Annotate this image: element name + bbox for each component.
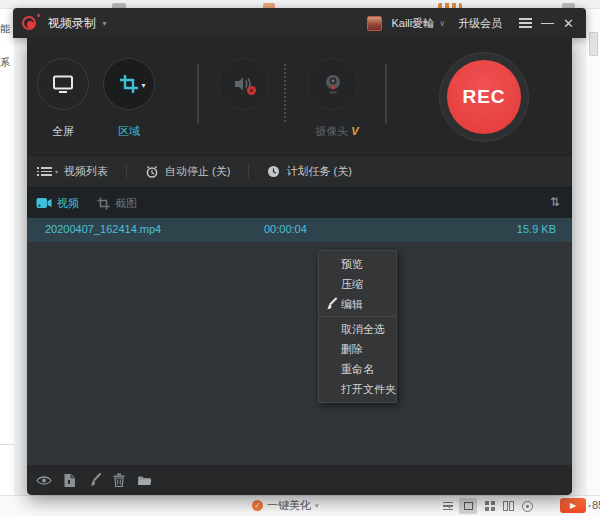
- menu-item-delete[interactable]: 删除: [319, 339, 396, 359]
- webcam-label: 摄像头 V: [299, 124, 375, 139]
- scheduled-task-button[interactable]: 计划任务 (关): [267, 164, 351, 179]
- background-left-strip: [0, 0, 14, 495]
- webcam-button[interactable]: [307, 58, 359, 110]
- media-tab-strip: 视频 截图 ⇅: [27, 188, 572, 218]
- beautify-icon: ✓: [252, 500, 263, 511]
- chevron-down-icon: ▾: [588, 502, 591, 509]
- tab-screenshot[interactable]: 截图: [97, 196, 137, 211]
- menu-item-rename[interactable]: 重命名: [319, 359, 396, 379]
- mute-badge-icon: ✕: [247, 86, 256, 95]
- list-toolbar: ▾ 视频列表 自动停止 (关) 计划任务 (关): [27, 155, 572, 188]
- chevron-down-icon: ▾: [315, 502, 319, 510]
- webcam-icon: [323, 73, 343, 95]
- file-size: 15.9 KB: [517, 223, 556, 235]
- file-name: 20200407_162414.mp4: [45, 223, 161, 235]
- view-grid-button[interactable]: [485, 501, 495, 511]
- chevron-down-icon[interactable]: ▼: [101, 20, 108, 27]
- open-folder-button[interactable]: [135, 471, 153, 489]
- tab-video-label: 视频: [57, 196, 79, 211]
- divider: [197, 64, 199, 124]
- webcam-label-text: 摄像头: [315, 125, 348, 137]
- alarm-clock-icon: [145, 165, 159, 179]
- list-item-recording[interactable]: 20200407_162414.mp4 00:00:04 15.9 KB: [27, 218, 572, 242]
- folder-icon: [137, 474, 152, 486]
- item-count: 859: [592, 499, 600, 511]
- sound-mute-button[interactable]: ✕: [217, 58, 269, 110]
- chevron-icon: ▾: [55, 168, 58, 175]
- auto-stop-label: 自动停止 (关): [165, 164, 230, 179]
- crop-screenshot-icon: [97, 197, 110, 210]
- dotted-divider: [284, 64, 286, 124]
- background-right-strip: [586, 0, 600, 495]
- trash-icon: [113, 473, 125, 487]
- brush-icon: [87, 473, 101, 487]
- play-button[interactable]: ▶: [560, 498, 586, 513]
- app-window-body: 全屏 ▼ 区域 ✕: [27, 38, 572, 495]
- view-list-button[interactable]: ▾: [443, 502, 451, 511]
- preview-button[interactable]: [35, 471, 53, 489]
- clock-icon: [267, 165, 280, 178]
- delete-button[interactable]: [110, 471, 128, 489]
- vip-badge: V: [351, 125, 358, 137]
- app-title: 视频录制: [48, 15, 96, 32]
- upgrade-membership-link[interactable]: 升级会员: [458, 16, 502, 31]
- menu-item-deselect-all[interactable]: 取消全选: [319, 319, 396, 339]
- beautify-button[interactable]: ✓ 一键美化 ▾: [252, 498, 319, 513]
- scheduled-task-label: 计划任务 (关): [286, 164, 351, 179]
- context-menu: 预览 压缩 编辑 取消全选 删除 重命名 打开文件夹: [318, 250, 397, 403]
- crop-region-icon: [119, 74, 139, 94]
- tab-video[interactable]: 视频: [36, 196, 79, 211]
- eye-icon: [36, 475, 52, 486]
- sort-order-icon[interactable]: ⇅: [550, 195, 560, 209]
- avatar[interactable]: [367, 16, 382, 31]
- video-camera-icon: [36, 197, 52, 209]
- background-player-toolbar: ✓ 一键美化 ▾ ▾ ▶ ▾ 859: [0, 495, 600, 516]
- menu-item-compress[interactable]: 压缩: [319, 274, 396, 294]
- divider: [248, 165, 249, 178]
- close-button[interactable]: ✕: [563, 16, 574, 31]
- fullscreen-label: 全屏: [33, 124, 93, 139]
- rec-button[interactable]: REC: [439, 52, 529, 142]
- edit-button[interactable]: [85, 471, 103, 489]
- fullscreen-button[interactable]: [37, 58, 89, 110]
- view-large-button[interactable]: [459, 498, 477, 514]
- divider: [126, 165, 127, 178]
- background-divider: [0, 444, 14, 445]
- menu-item-open-folder[interactable]: 打开文件夹: [319, 379, 396, 399]
- background-text-fragment: 能: [0, 22, 13, 36]
- video-list-label: 视频列表: [64, 164, 108, 179]
- rec-label: REC: [462, 86, 505, 108]
- menu-item-edit[interactable]: 编辑: [319, 294, 396, 314]
- screen: 能 系 ✓ 一键美化 ▾ ▾ ▶ ▾ 859 视频录制 ▼: [0, 0, 600, 516]
- file-icon: [63, 473, 76, 488]
- view-columns-button[interactable]: [503, 497, 514, 515]
- menu-item-edit-label: 编辑: [341, 298, 363, 310]
- minimize-button[interactable]: —: [541, 18, 554, 28]
- compress-file-button[interactable]: [60, 471, 78, 489]
- chevron-down-icon: ▾: [448, 503, 451, 510]
- video-list-toggle[interactable]: ▾ 视频列表: [41, 164, 108, 179]
- background-text-fragment: 系: [0, 56, 13, 70]
- app-logo-record-icon: [22, 14, 40, 32]
- menu-item-preview[interactable]: 预览: [319, 254, 396, 274]
- record-control-panel: 全屏 ▼ 区域 ✕: [27, 38, 572, 155]
- region-label: 区域: [99, 124, 159, 139]
- chevron-down-icon: ▼: [140, 82, 147, 89]
- beautify-label: 一键美化: [267, 498, 311, 513]
- account-name[interactable]: Kaili愛輪: [391, 16, 434, 31]
- monitor-icon: [52, 75, 74, 94]
- view-options-group: ▾: [443, 498, 533, 514]
- app-titlebar: 视频录制 ▼ Kaili愛輪 ∨ 升级会员 — ✕: [13, 8, 586, 38]
- view-large-icon: [464, 502, 473, 510]
- view-detail-button[interactable]: [522, 501, 533, 512]
- video-list-icon: [41, 167, 52, 176]
- main-menu-button[interactable]: [519, 18, 532, 28]
- region-button[interactable]: ▼: [103, 58, 155, 110]
- auto-stop-button[interactable]: 自动停止 (关): [145, 164, 230, 179]
- background-window-fragment: [589, 32, 598, 56]
- chevron-down-icon: ∨: [439, 19, 445, 28]
- footer-action-bar: [27, 465, 572, 495]
- brush-icon: [323, 297, 337, 317]
- recordings-list: 20200407_162414.mp4 00:00:04 15.9 KB: [27, 218, 572, 465]
- tab-screenshot-label: 截图: [115, 196, 137, 211]
